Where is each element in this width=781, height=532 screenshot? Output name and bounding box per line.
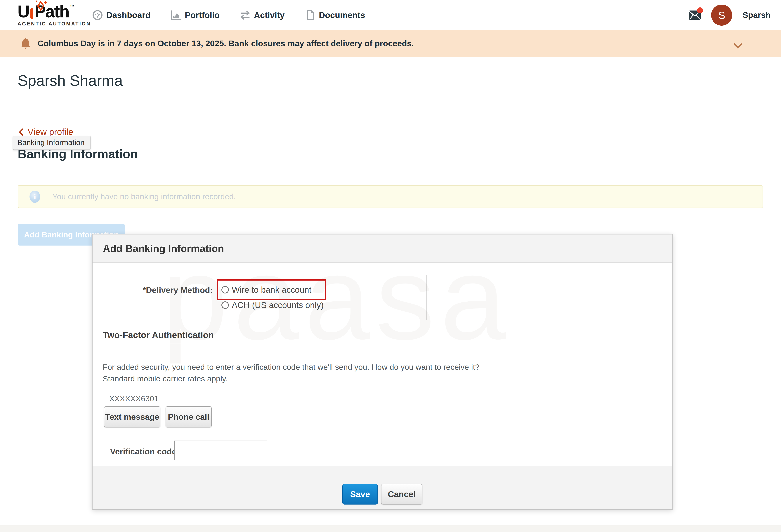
delivery-section-divider <box>103 306 426 306</box>
verification-code-label: Verification code: <box>110 447 179 456</box>
modal-footer: Save Cancel <box>92 466 672 509</box>
modal-header: Add Banking Information <box>92 235 672 263</box>
two-factor-title: Two-Factor Authentication <box>103 330 214 340</box>
phone-call-button[interactable]: Phone call <box>166 406 212 427</box>
modal-title: Add Banking Information <box>103 243 224 254</box>
radio-label-ach: ACH (US accounts only) <box>232 300 324 310</box>
radio-option-ach[interactable]: ACH (US accounts only) <box>221 300 324 310</box>
trademark-symbol: ™ <box>70 4 74 9</box>
nav-item-activity[interactable]: Activity <box>240 10 285 21</box>
logo-text-u: U <box>17 3 29 20</box>
banner-text: Columbus Day is in 7 days on October 13,… <box>38 39 414 48</box>
main-nav: Dashboard Portfolio Activity <box>92 0 365 30</box>
logo-i-bar <box>31 8 33 19</box>
view-profile-label: View profile <box>28 127 73 137</box>
radio-label-wire: Wire to bank account <box>232 285 312 295</box>
alert-text: You currently have no banking informatio… <box>52 192 236 201</box>
save-button[interactable]: Save <box>342 484 378 504</box>
page-title: Sparsh Sharma <box>18 72 123 89</box>
nav-label-activity: Activity <box>254 10 285 20</box>
avatar-initial: S <box>718 9 725 21</box>
radio-circle-wire <box>221 286 229 293</box>
info-alert: i You currently have no banking informat… <box>18 185 763 208</box>
masked-phone-number: XXXXXX6301 <box>109 394 159 403</box>
radio-circle-ach <box>221 301 229 309</box>
notification-banner: Columbus Day is in 7 days on October 13,… <box>0 30 781 57</box>
activity-icon <box>240 10 251 21</box>
bell-icon <box>20 38 31 49</box>
two-factor-description: For added security, you need to enter a … <box>103 361 490 384</box>
info-icon: i <box>30 191 40 203</box>
two-factor-rule <box>103 343 474 344</box>
cancel-button[interactable]: Cancel <box>381 484 422 504</box>
back-chevron-icon <box>18 128 24 136</box>
page: U Path ™ AGENTIC AUTOMATION <box>0 0 781 532</box>
avatar[interactable]: S <box>711 5 732 26</box>
header-user-name: Sparsh <box>742 10 771 20</box>
dashboard-icon <box>92 10 103 21</box>
two-factor-description-line2: Standard mobile carrier rates apply. <box>103 373 490 384</box>
documents-icon <box>305 10 316 21</box>
view-profile-link[interactable]: View profile <box>18 127 73 137</box>
nav-label-portfolio: Portfolio <box>185 10 219 20</box>
nav-item-documents[interactable]: Documents <box>305 10 365 21</box>
text-message-button[interactable]: Text message <box>104 406 160 427</box>
nav-item-dashboard[interactable]: Dashboard <box>92 10 151 21</box>
verification-code-input[interactable] <box>174 441 268 460</box>
bottom-strip <box>0 525 781 532</box>
delivery-method-label: *Delivery Method: <box>104 285 213 295</box>
header-right: S Sparsh <box>689 0 771 30</box>
tooltip: Banking Information <box>13 136 90 150</box>
nav-item-portfolio[interactable]: Portfolio <box>171 10 219 21</box>
banner-chevron-down-icon[interactable] <box>734 39 742 48</box>
unread-badge <box>697 7 703 13</box>
nav-label-dashboard: Dashboard <box>106 10 151 20</box>
app-header: U Path ™ AGENTIC AUTOMATION <box>0 0 781 30</box>
two-factor-description-line1: For added security, you need to enter a … <box>103 361 490 373</box>
logo-sparkle-icon <box>35 0 49 12</box>
delivery-vertical-divider <box>426 275 427 320</box>
messages-button[interactable] <box>689 10 701 20</box>
logo-tagline: AGENTIC AUTOMATION <box>17 21 80 27</box>
uipath-logo[interactable]: U Path ™ AGENTIC AUTOMATION <box>17 3 80 29</box>
add-banking-modal: Add Banking Information *Delivery Method… <box>92 234 672 510</box>
radio-option-wire[interactable]: Wire to bank account <box>217 279 326 300</box>
nav-label-documents: Documents <box>319 10 365 20</box>
page-divider <box>0 105 781 105</box>
portfolio-icon <box>171 10 181 21</box>
